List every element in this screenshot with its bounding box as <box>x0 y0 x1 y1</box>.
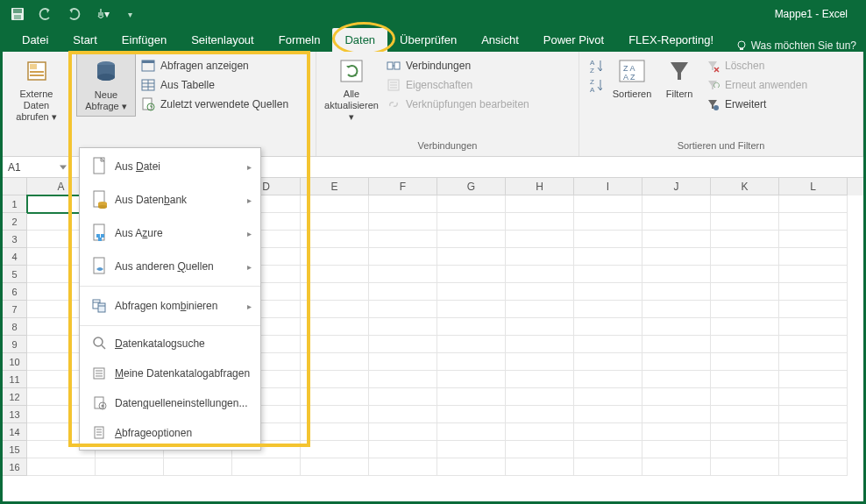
row-header[interactable]: 6 <box>3 283 27 301</box>
dd-meine-datenkatalogabfragen[interactable]: Meine Datenkatalogabfragen <box>80 358 260 388</box>
cell[interactable] <box>711 441 779 458</box>
cell[interactable] <box>711 301 779 318</box>
cell[interactable] <box>506 441 574 458</box>
touch-mode-icon[interactable]: ▾ <box>94 6 110 22</box>
tab-flexreporting[interactable]: FLEX-Reporting! <box>616 28 726 52</box>
cell[interactable] <box>506 458 574 476</box>
cell[interactable] <box>369 423 437 441</box>
dd-datenquelleneinstellungen[interactable]: Datenquelleneinstellungen... <box>80 388 260 418</box>
cell[interactable] <box>301 195 369 213</box>
cell[interactable] <box>369 318 437 336</box>
cell[interactable] <box>437 248 506 266</box>
cell[interactable] <box>574 458 642 476</box>
cell[interactable] <box>301 388 369 406</box>
dd-datenkatalogsuche[interactable]: Datenkatalogsuche <box>80 329 260 358</box>
cell[interactable] <box>642 301 711 318</box>
cell[interactable] <box>369 406 437 423</box>
cell[interactable] <box>642 213 711 231</box>
alle-aktualisieren-button[interactable]: Alle aktualisieren ▾ <box>322 53 381 127</box>
col-header[interactable]: F <box>369 178 437 195</box>
qat-customize-icon[interactable]: ▾ <box>122 6 138 22</box>
row-header[interactable]: 15 <box>3 441 27 458</box>
cell[interactable] <box>574 388 642 406</box>
cell[interactable] <box>574 318 642 336</box>
cell[interactable] <box>711 283 779 301</box>
sort-desc-icon[interactable]: ZA <box>588 78 602 92</box>
col-header[interactable]: L <box>779 178 848 195</box>
cell[interactable] <box>369 371 437 388</box>
cell[interactable] <box>301 283 369 301</box>
cell[interactable] <box>711 353 779 371</box>
cell[interactable] <box>642 371 711 388</box>
tab-ueberpruefen[interactable]: Überprüfen <box>387 28 469 52</box>
cell[interactable] <box>642 195 711 213</box>
cell[interactable] <box>437 283 506 301</box>
tab-powerpivot[interactable]: Power Pivot <box>531 28 616 52</box>
cell[interactable] <box>369 336 437 353</box>
cell[interactable] <box>301 371 369 388</box>
cell[interactable] <box>642 266 711 283</box>
tab-einfuegen[interactable]: Einfügen <box>110 28 179 52</box>
row-header[interactable]: 13 <box>3 406 27 423</box>
cell[interactable] <box>642 248 711 266</box>
cell[interactable] <box>574 266 642 283</box>
cell[interactable] <box>779 301 848 318</box>
cell[interactable] <box>437 231 506 248</box>
cell[interactable] <box>506 231 574 248</box>
cell[interactable] <box>164 458 232 476</box>
cell[interactable] <box>711 336 779 353</box>
abfragen-anzeigen-button[interactable]: Abfragen anzeigen <box>138 57 292 75</box>
row-header[interactable]: 4 <box>3 248 27 266</box>
cell[interactable] <box>369 388 437 406</box>
col-header[interactable]: I <box>574 178 642 195</box>
cell[interactable] <box>779 266 848 283</box>
cell[interactable] <box>779 388 848 406</box>
cell[interactable] <box>506 353 574 371</box>
col-header[interactable]: J <box>642 178 711 195</box>
cell[interactable] <box>437 195 506 213</box>
cell[interactable] <box>301 231 369 248</box>
cell[interactable] <box>574 353 642 371</box>
zuletzt-verwendete-quellen-button[interactable]: Zuletzt verwendete Quellen <box>138 96 292 113</box>
externe-daten-abrufen-button[interactable]: Externe Daten abrufen ▾ <box>8 53 65 127</box>
cell[interactable] <box>301 336 369 353</box>
verbindungen-button[interactable]: Verbindungen <box>383 57 533 75</box>
cell[interactable] <box>711 248 779 266</box>
cell[interactable] <box>711 388 779 406</box>
cell[interactable] <box>642 353 711 371</box>
cell[interactable] <box>437 301 506 318</box>
tab-datei[interactable]: Datei <box>10 28 60 52</box>
cell[interactable] <box>779 406 848 423</box>
cell[interactable] <box>574 301 642 318</box>
cell[interactable] <box>779 231 848 248</box>
row-header[interactable]: 12 <box>3 388 27 406</box>
row-header[interactable]: 3 <box>3 231 27 248</box>
aus-tabelle-button[interactable]: Aus Tabelle <box>138 76 292 94</box>
cell[interactable] <box>96 458 164 476</box>
select-all-corner[interactable] <box>3 178 27 195</box>
cell[interactable] <box>642 423 711 441</box>
cell[interactable] <box>506 266 574 283</box>
cell[interactable] <box>301 213 369 231</box>
redo-icon[interactable] <box>66 6 82 22</box>
cell[interactable] <box>369 301 437 318</box>
cell[interactable] <box>711 371 779 388</box>
tab-start[interactable]: Start <box>60 28 109 52</box>
cell[interactable] <box>574 248 642 266</box>
cell[interactable] <box>301 423 369 441</box>
cell[interactable] <box>437 371 506 388</box>
cell[interactable] <box>301 266 369 283</box>
dd-abfragen-kombinieren[interactable]: Abfragen kombinieren▸ <box>80 289 260 323</box>
cell[interactable] <box>506 301 574 318</box>
cell[interactable] <box>711 213 779 231</box>
row-header[interactable]: 1 <box>3 195 27 213</box>
cell[interactable] <box>301 248 369 266</box>
save-icon[interactable] <box>10 6 25 22</box>
cell[interactable] <box>779 195 848 213</box>
cell[interactable] <box>779 318 848 336</box>
cell[interactable] <box>506 195 574 213</box>
col-header[interactable]: G <box>437 178 506 195</box>
cell[interactable] <box>642 283 711 301</box>
cell[interactable] <box>506 406 574 423</box>
col-header[interactable]: K <box>711 178 779 195</box>
